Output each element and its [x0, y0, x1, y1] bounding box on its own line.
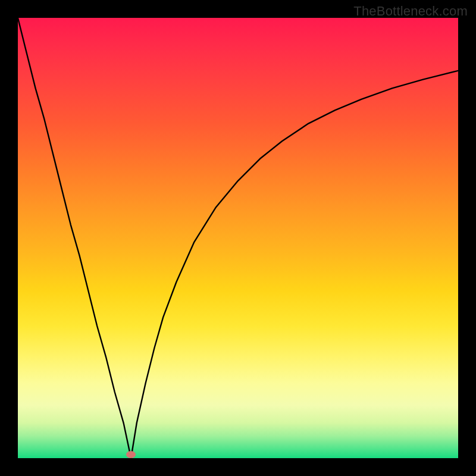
- chart-stage: TheBottleneck.com: [0, 0, 476, 476]
- minimum-marker: [126, 451, 136, 458]
- curve-left-branch: [18, 18, 131, 458]
- plot-area: [18, 18, 458, 458]
- curve-svg: [18, 18, 458, 458]
- curve-right-branch: [131, 71, 458, 458]
- watermark-text: TheBottleneck.com: [353, 4, 468, 19]
